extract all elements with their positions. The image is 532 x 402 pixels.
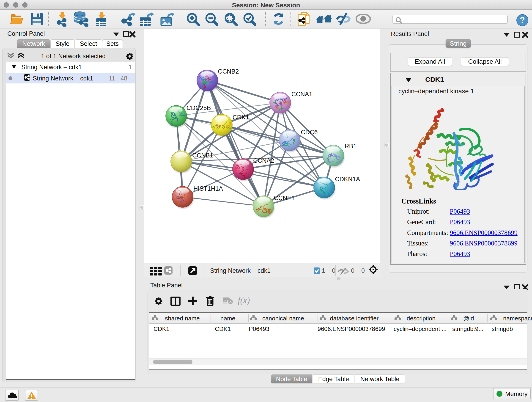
svg-text:CDKN1A: CDKN1A — [335, 176, 360, 183]
svg-text:HIST1H1A: HIST1H1A — [193, 185, 223, 192]
svg-text:CCNA2: CCNA2 — [253, 157, 274, 164]
svg-text:CDC25B: CDC25B — [186, 104, 211, 111]
svg-text:CCNB2: CCNB2 — [218, 68, 239, 75]
svg-text:RB1: RB1 — [345, 143, 357, 150]
svg-text:CDK1: CDK1 — [233, 114, 249, 121]
svg-text:CCNB1: CCNB1 — [192, 152, 213, 159]
svg-text:?: ? — [520, 15, 525, 25]
svg-text:CDC6: CDC6 — [301, 129, 318, 136]
svg-text:CCNA1: CCNA1 — [291, 91, 312, 98]
svg-text:CCNE1: CCNE1 — [274, 195, 295, 201]
